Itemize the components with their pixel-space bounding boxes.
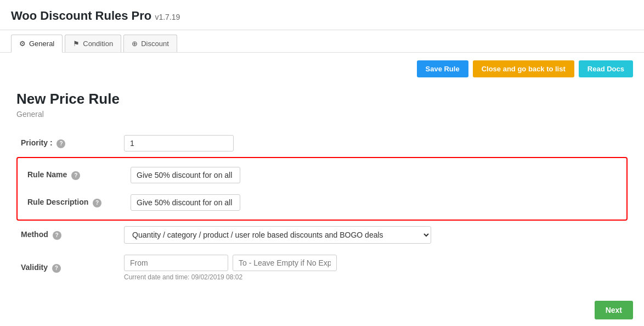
rule-name-inner-row: Rule Name ? bbox=[23, 161, 621, 189]
read-docs-button[interactable]: Read Docs bbox=[579, 60, 633, 77]
priority-help-icon[interactable]: ? bbox=[57, 139, 65, 148]
method-row: Method ? Quantity / category / product /… bbox=[16, 221, 628, 249]
validity-from-input[interactable] bbox=[124, 255, 228, 271]
validity-row: Validity ? Current date and time: 09/02/… bbox=[16, 249, 628, 286]
discount-tab-icon: ⊕ bbox=[132, 40, 138, 48]
rule-name-label: Rule Name bbox=[27, 170, 67, 179]
app-title: Woo Discount Rules Pro v1.7.19 bbox=[11, 9, 180, 23]
save-rule-button[interactable]: Save Rule bbox=[417, 60, 468, 77]
action-bar: Save Rule Close and go back to list Read… bbox=[0, 53, 644, 85]
rule-name-input[interactable] bbox=[131, 167, 240, 183]
priority-input[interactable] bbox=[124, 135, 234, 151]
method-help-icon[interactable]: ? bbox=[53, 231, 61, 240]
validity-label: Validity bbox=[21, 263, 48, 272]
tab-condition[interactable]: ⚑ Condition bbox=[65, 35, 121, 52]
rule-name-row: Rule Name ? Rule Description ? bbox=[16, 157, 628, 221]
close-back-button[interactable]: Close and go back to list bbox=[473, 60, 574, 77]
page-title: New Price Rule bbox=[16, 91, 628, 108]
condition-tab-icon: ⚑ bbox=[73, 40, 80, 48]
validity-help-icon[interactable]: ? bbox=[52, 264, 61, 273]
method-label: Method bbox=[21, 230, 48, 239]
date-hint: Current date and time: 09/02/2019 08:02 bbox=[124, 273, 623, 281]
priority-label: Priority : bbox=[21, 138, 53, 147]
rule-desc-inner-row: Rule Description ? bbox=[23, 189, 621, 216]
validity-inputs bbox=[124, 255, 623, 271]
section-label: General bbox=[16, 110, 628, 119]
tab-general[interactable]: ⚙ General bbox=[11, 35, 63, 53]
method-select[interactable]: Quantity / category / product / user rol… bbox=[124, 226, 431, 244]
next-button[interactable]: Next bbox=[595, 301, 633, 319]
rule-desc-help-icon[interactable]: ? bbox=[93, 199, 101, 207]
main-content: New Price Rule General Priority : ? Rule… bbox=[0, 85, 644, 319]
rule-desc-label: Rule Description bbox=[27, 198, 88, 206]
tab-discount[interactable]: ⊕ Discount bbox=[123, 35, 177, 52]
form-table: Priority : ? Rule Name ? bbox=[16, 130, 628, 286]
general-tab-icon: ⚙ bbox=[19, 40, 26, 48]
priority-row: Priority : ? bbox=[16, 130, 628, 157]
bottom-bar: Next bbox=[584, 294, 644, 319]
tabs-bar: ⚙ General ⚑ Condition ⊕ Discount bbox=[0, 30, 644, 53]
rule-name-help-icon[interactable]: ? bbox=[71, 171, 80, 180]
validity-to-input[interactable] bbox=[233, 255, 337, 271]
rule-desc-input[interactable] bbox=[131, 194, 240, 211]
